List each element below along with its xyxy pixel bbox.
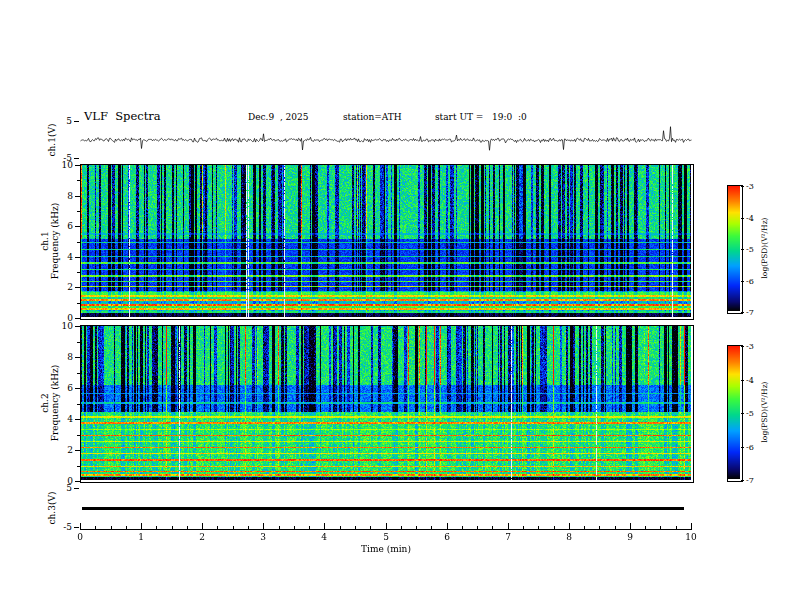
x-minor-tick: [187, 526, 188, 529]
x-tick-label: 4: [314, 532, 334, 542]
x-tick: [447, 523, 448, 529]
x-tick-label: 10: [681, 532, 701, 542]
x-minor-tick: [645, 526, 646, 529]
x-minor-tick: [584, 526, 585, 529]
vlf-spectra-figure: VLF Spectra Dec.9 , 2025 station=ATH sta…: [0, 0, 792, 612]
y-tick-label: 10: [51, 160, 73, 170]
x-minor-tick: [294, 526, 295, 529]
ch1-frequency-axis-label: Frequency (kHz): [50, 203, 60, 280]
x-minor-tick: [340, 526, 341, 529]
y-minor-tick: [77, 404, 80, 405]
y-minor-tick: [77, 272, 80, 273]
colorbar-tick: [741, 480, 744, 481]
x-minor-tick: [523, 526, 524, 529]
y-tick: [75, 196, 80, 197]
colorbar-tick: [741, 186, 744, 187]
y-tick: [75, 326, 80, 327]
colorbar-tick: [741, 312, 744, 313]
ch1-spectrogram-panel: 0246810: [80, 164, 694, 320]
y-tick-label: 2: [51, 445, 73, 455]
x-minor-tick: [431, 526, 432, 529]
ch1-waveform-canvas: [80, 121, 692, 159]
x-axis-title: Time (min): [351, 544, 421, 554]
colorbar-tick-label: -7: [746, 476, 762, 486]
colorbar-tick: [741, 249, 744, 250]
x-minor-tick: [156, 526, 157, 529]
x-minor-tick: [309, 526, 310, 529]
y-tick: [74, 527, 79, 528]
y-tick: [75, 287, 80, 288]
y-minor-tick: [77, 211, 80, 212]
ch3-ylabel: ch.3(V): [47, 492, 57, 525]
x-tick-label: 7: [498, 532, 518, 542]
x-axis: 012345678910: [80, 529, 692, 530]
x-tick: [141, 523, 142, 529]
colorbar-tick: [741, 413, 744, 414]
x-minor-tick: [95, 526, 96, 529]
ch2-spectrogram-ylabel: ch.2 Frequency (kHz): [40, 365, 60, 442]
y-tick-label: 8: [51, 352, 73, 362]
y-tick: [75, 226, 80, 227]
y-tick: [75, 481, 80, 482]
y-minor-tick: [77, 435, 80, 436]
x-tick: [508, 523, 509, 529]
x-minor-tick: [355, 526, 356, 529]
colorbar-tick: [741, 380, 744, 381]
colorbar-ch1-label: log(PSD)(V²/Hz): [760, 217, 770, 278]
x-minor-tick: [492, 526, 493, 529]
y-minor-tick: [77, 242, 80, 243]
ch2-frequency-axis-label: Frequency (kHz): [50, 365, 60, 442]
x-tick: [691, 523, 692, 529]
x-minor-tick: [401, 526, 402, 529]
x-minor-tick: [248, 526, 249, 529]
y-tick-label: 8: [51, 191, 73, 201]
colorbar-ch2-label: log(PSD)(V²/Hz): [760, 381, 770, 442]
x-tick: [263, 523, 264, 529]
x-minor-tick: [370, 526, 371, 529]
ch1-waveform-ylabel: ch.1(V): [47, 124, 57, 157]
x-tick: [386, 523, 387, 529]
x-minor-tick: [279, 526, 280, 529]
ch2-spectrogram-canvas: [81, 326, 691, 480]
colorbar-ch1-canvas: [728, 186, 740, 311]
y-tick: [75, 419, 80, 420]
x-minor-tick: [676, 526, 677, 529]
x-tick-label: 5: [376, 532, 396, 542]
x-minor-tick: [660, 526, 661, 529]
x-tick-label: 1: [131, 532, 151, 542]
x-minor-tick: [217, 526, 218, 529]
ch2-spectrogram-panel: 0246810: [80, 325, 694, 483]
x-minor-tick: [172, 526, 173, 529]
colorbar-ch2-canvas: [728, 346, 740, 479]
colorbar-tick: [741, 346, 744, 347]
y-minor-tick: [77, 342, 80, 343]
y-tick: [74, 158, 79, 159]
x-tick: [202, 523, 203, 529]
x-tick-label: 9: [620, 532, 640, 542]
x-minor-tick: [615, 526, 616, 529]
x-minor-tick: [477, 526, 478, 529]
ch1-waveform-panel: 5-5: [80, 121, 692, 159]
ch3-panel: 5-5: [80, 488, 692, 528]
x-minor-tick: [111, 526, 112, 529]
colorbar-tick-label: -6: [746, 443, 762, 453]
ch3-flatline-canvas: [80, 488, 692, 528]
y-minor-tick: [77, 466, 80, 467]
x-minor-tick: [538, 526, 539, 529]
x-tick: [80, 523, 81, 529]
y-tick-label: 2: [51, 282, 73, 292]
y-tick: [75, 388, 80, 389]
x-minor-tick: [126, 526, 127, 529]
y-tick: [75, 257, 80, 258]
y-minor-tick: [77, 303, 80, 304]
y-minor-tick: [77, 373, 80, 374]
y-tick: [75, 357, 80, 358]
x-minor-tick: [462, 526, 463, 529]
y-tick: [75, 165, 80, 166]
y-minor-tick: [77, 180, 80, 181]
y-tick: [75, 318, 80, 319]
x-tick: [630, 523, 631, 529]
x-tick-label: 8: [559, 532, 579, 542]
ch1-axis-channel-label: ch.1: [40, 203, 50, 280]
colorbar-tick-label: -7: [746, 308, 762, 318]
